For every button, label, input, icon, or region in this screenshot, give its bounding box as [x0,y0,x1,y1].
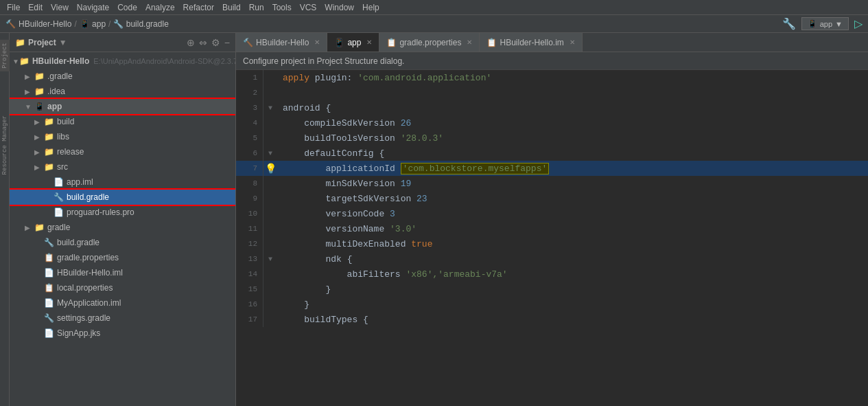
tree-item-label: .idea [47,87,65,96]
editor-info-bar: Configure project in Project Structure d… [236,52,868,70]
project-panel: 📁 Project ▼ ⊕ ⇔ ⚙ − ▼ 📁 HBuilder-Hello [10,33,236,406]
code-line-2: 2 [236,85,868,100]
tree-item-hbuilderiml[interactable]: ▶ 📄 HBuilder-Hello.iml [10,265,235,280]
code-line-12: 12 multiDexEnabled true [236,236,868,251]
tree-item-settingsgradle[interactable]: ▶ 🔧 settings.gradle [10,311,235,326]
folder-icon: 📁 [44,132,54,142]
tree-item-hbuilder[interactable]: ▼ 📁 HBuilder-Hello E:\UniAppAndAndroid\A… [10,54,235,69]
tab-gradleproperties[interactable]: 📋 gradle.properties ✕ [379,33,480,52]
line-num-9: 9 [236,191,263,206]
tree-item-localproperties[interactable]: ▶ 📋 local.properties [10,280,235,295]
tree-item-label: settings.gradle [57,313,110,323]
code-line-1: 1 apply plugin: 'com.android.application… [236,70,868,85]
toolbar-right: 🔧 📱 app ▼ ▷ [782,17,863,30]
line-num-7: 7 [236,161,263,176]
close-panel-icon[interactable]: − [224,37,230,48]
tab-app[interactable]: 📱 app ✕ [327,33,379,52]
dropdown-icon: ▼ [835,20,843,28]
tree-item-label: .gradle [47,71,73,81]
panel-title: Project [28,38,56,47]
tree-item-myappiml[interactable]: ▶ 📄 MyApplication.iml [10,295,235,311]
menu-window[interactable]: Window [320,0,358,14]
tab-close-gradleprops[interactable]: ✕ [467,38,472,46]
menu-run[interactable]: Run [245,0,268,14]
left-sidebar-tabs: Project Resource Manager [0,33,10,406]
tree-item-dotidea[interactable]: ▶ 📁 .idea [10,84,235,99]
tree-item-gradleproperties[interactable]: ▶ 📋 gradle.properties [10,250,235,265]
menu-bar: File Edit View Navigate Code Analyze Ref… [0,0,868,15]
tree-item-build[interactable]: ▶ 📁 build [10,114,235,129]
tab-close-hbuilder[interactable]: ✕ [314,38,320,46]
keyword: apply [283,73,309,83]
tree-item-label: HBuilder-Hello [32,56,89,66]
code-line-9: 9 targetSdkVersion 23 [236,191,868,206]
info-text: Configure project in Project Structure d… [243,56,404,66]
settings-icon[interactable]: ⚙ [211,37,220,48]
line-content-1: apply plugin: 'com.android.application' [277,73,491,83]
tree-item-label: build.gradle [67,192,109,202]
menu-analyze[interactable]: Analyze [141,0,179,14]
properties-icon: 📋 [44,253,54,262]
panel-dropdown-icon[interactable]: ▼ [59,38,67,47]
tree-item-libs[interactable]: ▶ 📁 libs [10,129,235,144]
menu-code[interactable]: Code [113,0,141,14]
tree-item-signappiml[interactable]: ▶ 📄 SignApp.jks [10,326,235,341]
tree-item-label: HBuilder-Hello.iml [57,268,123,278]
breadcrumb-buildgradle[interactable]: 🔧 build.gradle [113,19,168,29]
breadcrumb-hbuilder[interactable]: HBuilder-Hello [19,19,71,29]
breadcrumb-app[interactable]: 📱 app [80,19,106,29]
fold-arrow-13[interactable]: ▼ [268,256,272,263]
line-num-1: 1 [236,70,263,85]
menu-file[interactable]: File [3,0,24,14]
tree-item-app[interactable]: ▼ 📱 app [10,99,235,114]
folder-icon: 📁 [34,71,45,81]
tree-item-buildgradle-app[interactable]: ▶ 🔧 build.gradle [10,190,235,205]
tab-close-app[interactable]: ✕ [366,38,372,46]
fold-arrow-3[interactable]: ▼ [268,104,272,112]
menu-build[interactable]: Build [218,0,245,14]
run-config-button[interactable]: 📱 app ▼ [801,17,849,30]
tab-hbuilder[interactable]: 🔨 HBuilder-Hello ✕ [236,33,327,52]
folder-icon: 📁 [44,147,54,157]
iml-icon: 📄 [44,268,54,278]
collapse-icon[interactable]: ⇔ [199,37,207,48]
tab-label: app [347,38,361,47]
tab-label: HBuilder-Hello.im [500,38,563,47]
tree-item-dotgradle[interactable]: ▶ 📁 .gradle [10,69,235,84]
gradle-icon: 🔧 [44,238,54,247]
code-editor[interactable]: 1 apply plugin: 'com.android.application… [236,70,868,406]
tree-item-gradle-folder[interactable]: ▶ 📁 gradle [10,220,235,235]
project-tab-label[interactable]: Project [0,40,10,71]
line-num-12: 12 [236,236,263,251]
line-num-8: 8 [236,176,263,191]
tab-close-hbuilderiml[interactable]: ✕ [570,38,575,46]
menu-edit[interactable]: Edit [24,0,47,14]
tree-item-release[interactable]: ▶ 📁 release [10,144,235,159]
tab-label: HBuilder-Hello [256,38,309,47]
breadcrumb-bar: 🔨 HBuilder-Hello / 📱 app / 🔧 build.gradl… [0,15,868,33]
tree-item-label: proguard-rules.pro [67,207,134,217]
resource-manager-tab[interactable]: Resource Manager [0,113,10,177]
lightbulb-icon[interactable]: 💡 [265,163,277,174]
fold-arrow-6[interactable]: ▼ [268,150,272,157]
tree-item-src[interactable]: ▶ 📁 src [10,159,235,174]
run-button[interactable]: ▷ [854,17,863,30]
panel-actions: ⊕ ⇔ ⚙ − [187,37,230,48]
menu-view[interactable]: View [47,0,73,14]
menu-vcs[interactable]: VCS [296,0,321,14]
iml-icon: 📄 [44,298,54,308]
tab-hbuilderiml[interactable]: 📋 HBuilder-Hello.im ✕ [480,33,582,52]
code-line-7: 7 💡 applicationId 'com.blockstore.myself… [236,161,868,176]
menu-tools[interactable]: Tools [268,0,296,14]
tree-item-proguard[interactable]: ▶ 📄 proguard-rules.pro [10,205,235,220]
tab-icon: 📱 [334,38,344,47]
tree-item-appiml[interactable]: ▶ 📄 app.iml [10,174,235,190]
tree-item-buildgradle-root[interactable]: ▶ 🔧 build.gradle [10,235,235,250]
menu-navigate[interactable]: Navigate [73,0,113,14]
menu-help[interactable]: Help [358,0,384,14]
sync-icon[interactable]: ⊕ [187,37,195,48]
menu-refactor[interactable]: Refactor [179,0,218,14]
line-num-5: 5 [236,131,263,146]
code-line-15: 15 } [236,282,868,297]
tree-item-label: app.iml [67,177,93,187]
